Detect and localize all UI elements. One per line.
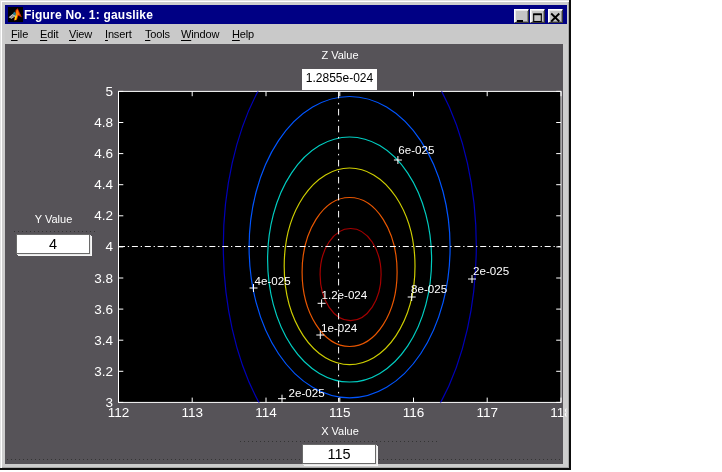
svg-text:4.4: 4.4: [94, 177, 113, 192]
svg-text:3.4: 3.4: [94, 333, 113, 348]
svg-text:4: 4: [105, 239, 113, 254]
svg-text:3.2: 3.2: [94, 364, 113, 379]
svg-text:118: 118: [550, 405, 572, 420]
svg-text:4.6: 4.6: [94, 146, 113, 161]
svg-text:2e-025: 2e-025: [289, 386, 325, 399]
svg-text:4.8: 4.8: [94, 115, 113, 130]
svg-text:113: 113: [181, 405, 203, 420]
svg-text:4.2: 4.2: [94, 208, 113, 223]
svg-text:1.2e-024: 1.2e-024: [322, 288, 368, 301]
svg-text:4e-025: 4e-025: [255, 274, 291, 287]
svg-text:117: 117: [476, 405, 498, 420]
svg-text:116: 116: [403, 405, 425, 420]
svg-text:3.8: 3.8: [94, 271, 113, 286]
svg-text:3.6: 3.6: [94, 302, 113, 317]
svg-text:3: 3: [105, 395, 113, 410]
svg-text:5: 5: [105, 84, 113, 99]
svg-text:2e-025: 2e-025: [473, 264, 509, 277]
svg-text:8e-025: 8e-025: [411, 282, 447, 295]
svg-text:6e-025: 6e-025: [398, 143, 434, 156]
svg-text:115: 115: [329, 405, 351, 420]
svg-text:1e-024: 1e-024: [321, 321, 358, 334]
svg-text:114: 114: [255, 405, 277, 420]
